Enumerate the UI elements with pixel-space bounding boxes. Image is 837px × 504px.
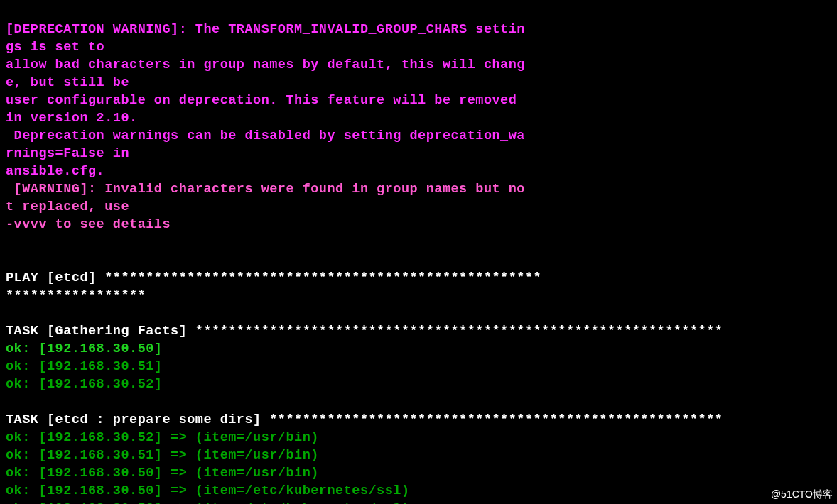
blank-line	[6, 395, 14, 410]
task-ok-line: ok: [192.168.30.50] => (item=/usr/bin)	[6, 466, 319, 481]
task-ok-line: ok: [192.168.30.50]	[6, 341, 162, 356]
deprecation-warning-line: gs is set to	[6, 40, 104, 55]
blank-line	[6, 253, 14, 268]
blank-line	[6, 235, 14, 250]
task-ok-line: ok: [192.168.30.51]	[6, 359, 162, 374]
warning-line: [WARNING]: Invalid characters were found…	[6, 182, 525, 197]
deprecation-warning-line: Deprecation warnings can be disabled by …	[6, 128, 525, 143]
deprecation-warning-line: rnings=False in	[6, 146, 129, 161]
deprecation-warning-line: e, but still be	[6, 75, 129, 90]
deprecation-warning-line: ansible.cfg.	[6, 164, 104, 179]
task-ok-line: ok: [192.168.30.52] => (item=/usr/bin)	[6, 430, 319, 445]
task-ok-line: ok: [192.168.30.52]	[6, 377, 162, 392]
watermark-text: @51CTO博客	[771, 488, 833, 501]
deprecation-warning-line: [DEPRECATION WARNING]: The TRANSFORM_INV…	[6, 22, 525, 37]
terminal-output: [DEPRECATION WARNING]: The TRANSFORM_INV…	[0, 0, 837, 504]
play-header-line: *****************	[6, 288, 146, 303]
blank-line	[6, 306, 14, 321]
deprecation-warning-line: user configurable on deprecation. This f…	[6, 93, 517, 108]
deprecation-warning-line: allow bad characters in group names by d…	[6, 57, 525, 72]
play-header-line: PLAY [etcd] ****************************…	[6, 270, 541, 285]
warning-line: -vvvv to see details	[6, 217, 171, 232]
task-ok-line: ok: [192.168.30.51] => (item=/usr/bin)	[6, 448, 319, 463]
task-ok-line: ok: [192.168.30.52] => (item=/etc/kubern…	[6, 501, 410, 504]
task-header-line: TASK [etcd : prepare some dirs] ********…	[6, 412, 723, 427]
task-header-line: TASK [Gathering Facts] *****************…	[6, 324, 723, 339]
task-ok-line: ok: [192.168.30.50] => (item=/etc/kubern…	[6, 483, 410, 498]
warning-line: t replaced, use	[6, 199, 129, 214]
deprecation-warning-line: in version 2.10.	[6, 111, 138, 126]
